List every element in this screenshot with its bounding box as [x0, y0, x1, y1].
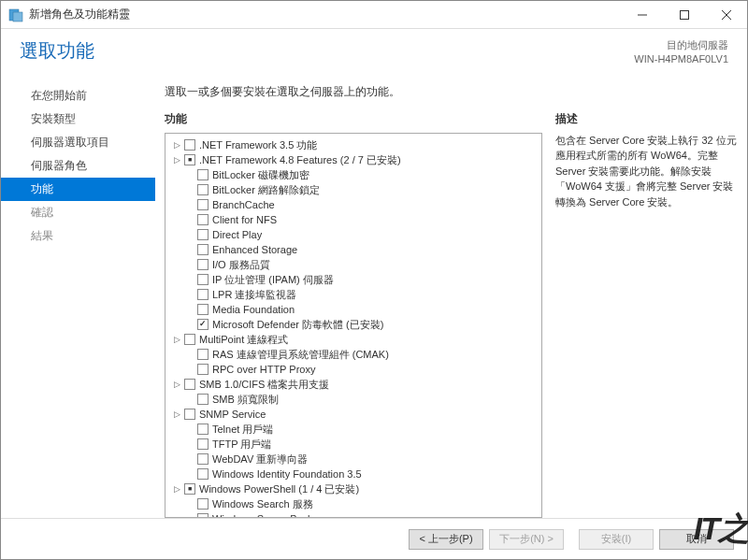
window-title: 新增角色及功能精靈	[29, 7, 621, 22]
feature-checkbox[interactable]	[197, 199, 209, 210]
feature-row[interactable]: ▷SNMP Service	[167, 407, 539, 422]
feature-row[interactable]: Windows Search 服務	[167, 496, 539, 511]
feature-checkbox[interactable]	[197, 424, 209, 435]
destination-info: 目的地伺服器 WIN-H4PM8AF0LV1	[634, 38, 728, 67]
feature-row[interactable]: ▷MultiPoint 連線程式	[167, 332, 539, 347]
minimize-button[interactable]	[621, 1, 663, 28]
cancel-button[interactable]: 取消	[659, 529, 734, 550]
feature-label: RAS 連線管理員系統管理組件 (CMAK)	[212, 347, 389, 362]
feature-checkbox[interactable]	[184, 379, 195, 390]
feature-label: RPC over HTTP Proxy	[212, 362, 315, 377]
feature-row[interactable]: Client for NFS	[167, 212, 539, 227]
sidebar-step[interactable]: 伺服器角色	[1, 154, 155, 178]
features-heading: 功能	[165, 111, 542, 127]
app-icon	[8, 7, 23, 22]
expand-icon[interactable]: ▷	[171, 137, 182, 152]
feature-row[interactable]: ▷Windows PowerShell (1 / 4 已安裝)	[167, 481, 539, 496]
feature-checkbox[interactable]	[197, 259, 209, 270]
expand-icon[interactable]: ▷	[171, 152, 182, 167]
feature-row[interactable]: I/O 服務品質	[167, 257, 539, 272]
feature-checkbox[interactable]	[197, 349, 209, 360]
feature-label: LPR 連接埠監視器	[212, 287, 296, 302]
feature-checkbox[interactable]	[197, 289, 209, 300]
description-column: 描述 包含在 Server Core 安裝上執行 32 位元應用程式所需的所有 …	[555, 111, 738, 518]
feature-row[interactable]: ▷SMB 1.0/CIFS 檔案共用支援	[167, 377, 539, 392]
feature-row[interactable]: Media Foundation	[167, 302, 539, 317]
feature-checkbox[interactable]	[197, 214, 209, 225]
feature-label: .NET Framework 3.5 功能	[199, 137, 317, 152]
feature-row[interactable]: TFTP 用戶端	[167, 437, 539, 452]
feature-row[interactable]: ▷.NET Framework 3.5 功能	[167, 137, 539, 152]
window-controls	[621, 1, 747, 28]
sidebar-step[interactable]: 伺服器選取項目	[1, 131, 155, 154]
feature-row[interactable]: SMB 頻寬限制	[167, 392, 539, 407]
feature-row[interactable]: Enhanced Storage	[167, 242, 539, 257]
feature-checkbox[interactable]	[197, 304, 209, 315]
feature-checkbox[interactable]	[184, 409, 195, 420]
expand-icon[interactable]: ▷	[171, 481, 182, 496]
wizard-window: 新增角色及功能精靈 選取功能 目的地伺服器 WIN-H4PM8AF0LV1 在您…	[0, 0, 748, 560]
feature-checkbox[interactable]	[197, 394, 209, 405]
feature-checkbox[interactable]	[197, 169, 209, 180]
expand-icon[interactable]: ▷	[171, 407, 182, 422]
description-heading: 描述	[555, 111, 738, 127]
svg-rect-3	[680, 10, 688, 19]
feature-checkbox[interactable]	[184, 483, 195, 495]
feature-checkbox[interactable]	[197, 244, 209, 255]
feature-checkbox[interactable]	[197, 364, 209, 375]
feature-row[interactable]: RAS 連線管理員系統管理組件 (CMAK)	[167, 347, 539, 362]
sidebar-step: 確認	[1, 201, 155, 224]
feature-label: Windows Identity Foundation 3.5	[212, 467, 362, 481]
titlebar: 新增角色及功能精靈	[1, 1, 747, 29]
feature-label: Telnet 用戶端	[212, 422, 273, 437]
feature-checkbox[interactable]	[184, 334, 195, 345]
feature-row[interactable]: BitLocker 磁碟機加密	[167, 167, 539, 182]
previous-button[interactable]: < 上一步(P)	[409, 529, 483, 550]
sidebar-step: 結果	[1, 224, 155, 248]
feature-label: Microsoft Defender 防毒軟體 (已安裝)	[212, 317, 383, 332]
maximize-button[interactable]	[663, 1, 705, 28]
sidebar-step[interactable]: 功能	[1, 178, 155, 201]
feature-row[interactable]: BitLocker 網路解除鎖定	[167, 182, 539, 197]
sidebar-step[interactable]: 安裝類型	[1, 108, 155, 131]
feature-row[interactable]: WebDAV 重新導向器	[167, 452, 539, 467]
feature-label: .NET Framework 4.8 Features (2 / 7 已安裝)	[199, 152, 401, 167]
feature-checkbox[interactable]	[197, 229, 209, 240]
feature-label: MultiPoint 連線程式	[199, 332, 288, 347]
feature-row[interactable]: IP 位址管理 (IPAM) 伺服器	[167, 272, 539, 287]
feature-row[interactable]: Direct Play	[167, 227, 539, 242]
feature-row[interactable]: Windows Server Backup	[167, 511, 539, 518]
install-button[interactable]: 安裝(I)	[579, 529, 654, 550]
feature-row[interactable]: Windows Identity Foundation 3.5	[167, 467, 539, 481]
feature-label: Enhanced Storage	[212, 242, 297, 257]
feature-label: I/O 服務品質	[212, 257, 270, 272]
next-button[interactable]: 下一步(N) >	[489, 529, 564, 550]
features-tree[interactable]: ▷.NET Framework 3.5 功能▷.NET Framework 4.…	[165, 133, 542, 518]
feature-row[interactable]: BranchCache	[167, 197, 539, 212]
feature-row[interactable]: LPR 連接埠監視器	[167, 287, 539, 302]
description-text: 包含在 Server Core 安裝上執行 32 位元應用程式所需的所有 WoW…	[555, 133, 738, 210]
sidebar-step[interactable]: 在您開始前	[1, 84, 155, 108]
expand-icon[interactable]: ▷	[171, 377, 182, 392]
feature-checkbox[interactable]	[197, 498, 209, 510]
close-button[interactable]	[705, 1, 747, 28]
feature-label: TFTP 用戶端	[212, 437, 271, 452]
feature-row[interactable]: RPC over HTTP Proxy	[167, 362, 539, 377]
feature-checkbox[interactable]	[197, 274, 209, 285]
feature-row[interactable]: Telnet 用戶端	[167, 422, 539, 437]
main-panel: 選取一或多個要安裝在選取之伺服器上的功能。 功能 ▷.NET Framework…	[155, 75, 747, 518]
expand-icon[interactable]: ▷	[171, 332, 182, 347]
feature-row[interactable]: Microsoft Defender 防毒軟體 (已安裝)	[167, 317, 539, 332]
feature-checkbox[interactable]	[197, 468, 209, 480]
feature-checkbox[interactable]	[197, 453, 209, 465]
feature-checkbox[interactable]	[197, 184, 209, 195]
feature-row[interactable]: ▷.NET Framework 4.8 Features (2 / 7 已安裝)	[167, 152, 539, 167]
svg-rect-1	[13, 12, 22, 22]
feature-checkbox[interactable]	[184, 154, 195, 165]
feature-checkbox[interactable]	[184, 139, 195, 151]
wizard-header: 選取功能 目的地伺服器 WIN-H4PM8AF0LV1	[1, 29, 747, 75]
feature-label: WebDAV 重新導向器	[212, 452, 308, 467]
feature-checkbox[interactable]	[197, 319, 209, 330]
feature-checkbox[interactable]	[197, 438, 209, 450]
feature-label: Client for NFS	[212, 212, 277, 227]
